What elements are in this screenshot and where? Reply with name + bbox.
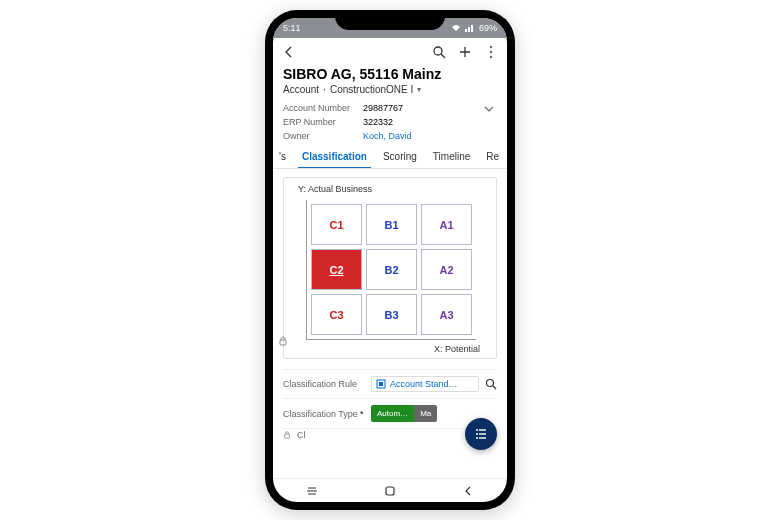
- svg-rect-19: [479, 433, 486, 434]
- account-number-label: Account Number: [283, 101, 363, 115]
- tab-scoring[interactable]: Scoring: [375, 145, 425, 168]
- matrix-grid: C1 B1 A1 C2 B2 A2 C3 B3 A3: [306, 200, 476, 340]
- owner-link[interactable]: Koch, David: [363, 129, 412, 143]
- record-subtitle[interactable]: Account · ConstructionONE I ▾: [283, 84, 497, 95]
- form-name: ConstructionONE I: [330, 84, 413, 95]
- svg-rect-25: [386, 487, 394, 495]
- lookup-search-icon[interactable]: [485, 378, 497, 390]
- battery-text: 69%: [479, 23, 497, 33]
- nav-back[interactable]: [460, 483, 476, 499]
- tab-partial-left[interactable]: 's: [277, 145, 294, 168]
- expand-details-button[interactable]: [483, 105, 495, 113]
- cut-label: Cl: [297, 430, 306, 440]
- android-nav-bar: [273, 478, 507, 502]
- cell-b3[interactable]: B3: [366, 294, 417, 335]
- erp-number-label: ERP Number: [283, 115, 363, 129]
- classification-rule-row: Classification Rule Account Stand…: [283, 369, 497, 398]
- lock-icon: [283, 431, 291, 439]
- fab-list-button[interactable]: [465, 418, 497, 450]
- svg-rect-1: [468, 27, 470, 32]
- screen: 5:11 69%: [273, 18, 507, 502]
- nav-recents[interactable]: [304, 483, 320, 499]
- search-icon[interactable]: [431, 44, 447, 60]
- entity-icon: [376, 379, 386, 389]
- notch: [335, 10, 445, 30]
- svg-rect-10: [280, 340, 286, 345]
- svg-point-13: [487, 380, 494, 387]
- back-button[interactable]: [281, 44, 297, 60]
- cell-a2[interactable]: A2: [421, 249, 472, 290]
- toggle-automatic[interactable]: Autom…: [371, 405, 414, 422]
- classification-rule-label: Classification Rule: [283, 379, 365, 389]
- account-number-value: 29887767: [363, 101, 403, 115]
- svg-rect-21: [479, 437, 486, 438]
- nav-home[interactable]: [382, 483, 398, 499]
- signal-icon: [465, 24, 475, 32]
- add-button[interactable]: [457, 44, 473, 60]
- svg-point-3: [434, 47, 442, 55]
- erp-number-value: 322332: [363, 115, 393, 129]
- classification-rule-lookup[interactable]: Account Stand…: [371, 376, 479, 392]
- cell-c1[interactable]: C1: [311, 204, 362, 245]
- classification-rule-value: Account Stand…: [390, 379, 458, 389]
- classification-type-row: Classification Type* Autom… Ma: [283, 398, 497, 428]
- record-header: SIBRO AG, 55116 Mainz Account · Construc…: [273, 66, 507, 99]
- status-time: 5:11: [283, 23, 301, 33]
- x-axis-label: X: Potential: [302, 344, 486, 354]
- cell-b2[interactable]: B2: [366, 249, 417, 290]
- svg-rect-2: [471, 25, 473, 32]
- svg-point-9: [490, 56, 492, 58]
- svg-point-8: [490, 51, 492, 53]
- svg-rect-12: [379, 382, 383, 386]
- record-details: Account Number 29887767 ERP Number 32233…: [273, 99, 507, 145]
- cell-c3[interactable]: C3: [311, 294, 362, 335]
- cell-c2[interactable]: C2: [311, 249, 362, 290]
- lock-icon: [278, 336, 288, 346]
- y-axis-label: Y: Actual Business: [298, 184, 486, 194]
- wifi-icon: [451, 24, 461, 32]
- classification-type-label: Classification Type*: [283, 409, 365, 419]
- tab-classification[interactable]: Classification: [294, 145, 375, 168]
- tab-timeline[interactable]: Timeline: [425, 145, 478, 168]
- svg-point-20: [476, 437, 478, 439]
- page-title: SIBRO AG, 55116 Mainz: [283, 66, 497, 82]
- svg-point-7: [490, 46, 492, 48]
- tab-partial-right[interactable]: Re: [478, 145, 501, 168]
- cell-a3[interactable]: A3: [421, 294, 472, 335]
- classification-type-toggle[interactable]: Autom… Ma: [371, 405, 437, 422]
- owner-label: Owner: [283, 129, 363, 143]
- svg-rect-0: [465, 29, 467, 32]
- cell-b1[interactable]: B1: [366, 204, 417, 245]
- svg-point-18: [476, 433, 478, 435]
- classification-matrix: Y: Actual Business C1 B1 A1 C2 B2 A2 C3 …: [283, 177, 497, 359]
- cell-a1[interactable]: A1: [421, 204, 472, 245]
- more-icon[interactable]: [483, 44, 499, 60]
- subtitle-separator: ·: [323, 84, 326, 95]
- svg-point-16: [476, 429, 478, 431]
- svg-line-14: [493, 386, 496, 389]
- toggle-manual[interactable]: Ma: [414, 405, 437, 422]
- phone-frame: 5:11 69%: [265, 10, 515, 510]
- tab-bar: 's Classification Scoring Timeline Re: [273, 145, 507, 169]
- svg-rect-17: [479, 429, 486, 430]
- chevron-down-icon: ▾: [417, 85, 421, 94]
- content-area: Y: Actual Business C1 B1 A1 C2 B2 A2 C3 …: [273, 169, 507, 478]
- app-bar: [273, 38, 507, 66]
- entity-label: Account: [283, 84, 319, 95]
- svg-line-4: [441, 54, 445, 58]
- svg-rect-15: [285, 434, 290, 438]
